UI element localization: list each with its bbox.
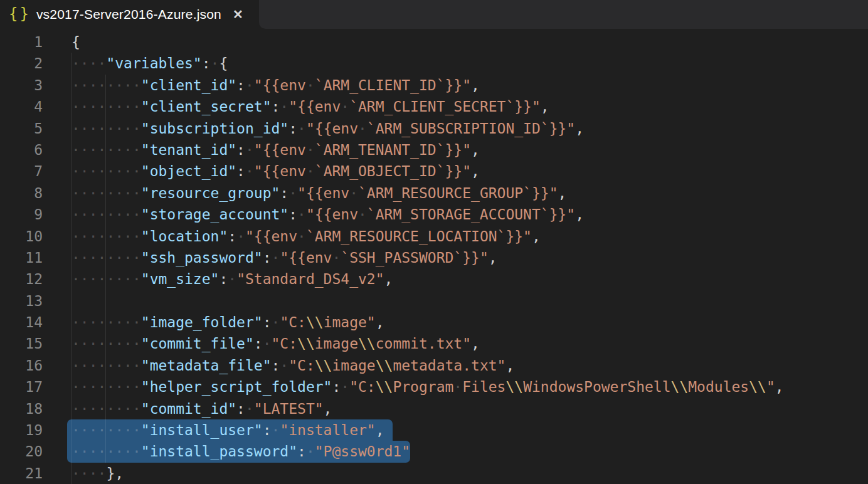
whitespace-dots: · xyxy=(306,142,315,158)
code-token: : xyxy=(236,163,245,179)
line-number[interactable]: 8 xyxy=(0,182,43,204)
line-number[interactable]: 3 xyxy=(0,75,43,96)
code-token: `ARM_CLIENT_SECRET`}}" xyxy=(349,98,541,115)
whitespace-dots: ········ xyxy=(71,120,141,137)
code-token: WindowsPowerShell xyxy=(523,379,670,395)
line-content: ········"tenant_id":·"{{env·`ARM_TENANT_… xyxy=(71,139,480,160)
code-token: "{{env xyxy=(254,163,306,179)
code-token: : xyxy=(236,77,245,93)
code-line[interactable]: 13 xyxy=(0,290,868,312)
whitespace-dots: · xyxy=(341,379,349,395)
code-token: }, xyxy=(106,465,124,481)
code-token: `ARM_RESOURCE_LOCATION`}}" xyxy=(306,228,532,245)
whitespace-dots: · xyxy=(245,163,254,179)
code-token: "C: xyxy=(349,379,376,395)
whitespace-dots: · xyxy=(358,120,367,137)
code-line[interactable]: 20········"install_password":·"P@ssw0rd1… xyxy=(0,441,868,462)
code-line[interactable]: 17········"helper_script_folder":·"C:\\P… xyxy=(0,376,868,397)
line-number[interactable]: 9 xyxy=(0,204,43,225)
code-line[interactable]: 9········"storage_account":·"{{env·`ARM_… xyxy=(0,204,868,225)
line-number[interactable]: 10 xyxy=(0,226,43,247)
whitespace-dots: · xyxy=(236,228,245,245)
line-content: ········"client_secret":·"{{env·`ARM_CLI… xyxy=(71,96,549,117)
whitespace-dots: ···· xyxy=(71,465,106,481)
line-number[interactable]: 4 xyxy=(0,96,43,117)
code-line[interactable]: 11········"ssh_password":·"{{env·`SSH_PA… xyxy=(0,247,868,268)
code-token: \\ xyxy=(376,379,393,395)
line-number[interactable]: 12 xyxy=(0,268,43,290)
tab-vs2017-server2016-azure-json[interactable]: {} vs2017-Server2016-Azure.json ✕ xyxy=(0,0,259,29)
code-token: " xyxy=(766,379,775,395)
code-token: `ARM_OBJECT_ID`}}" xyxy=(315,163,471,179)
code-line[interactable]: 14········"image_folder":·"C:\\image", xyxy=(0,312,868,333)
code-token: : xyxy=(280,185,288,201)
code-token: "variables" xyxy=(106,55,201,71)
code-token: \\ xyxy=(505,379,523,395)
whitespace-dots: · xyxy=(245,77,254,93)
code-line[interactable]: 18········"commit_id":·"LATEST", xyxy=(0,398,868,419)
line-number[interactable]: 16 xyxy=(0,355,43,376)
line-number[interactable]: 1 xyxy=(0,31,43,53)
code-token: "ssh_password" xyxy=(141,250,263,266)
code-line[interactable]: 19········"install_user":·"installer", xyxy=(0,419,868,441)
code-line[interactable]: 12········"vm_size":·"Standard_DS4_v2", xyxy=(0,268,868,290)
code-token: image" xyxy=(324,314,376,330)
code-token: "commit_id" xyxy=(141,401,236,417)
close-icon[interactable]: ✕ xyxy=(233,8,243,21)
line-content: ········"ssh_password":·"{{env·`SSH_PASS… xyxy=(71,247,497,268)
code-token: "install_password" xyxy=(141,443,297,460)
code-area[interactable]: 1{2····"variables":·{3········"client_id… xyxy=(0,29,868,484)
line-number[interactable]: 20 xyxy=(0,441,43,462)
line-number[interactable]: 7 xyxy=(0,160,43,182)
whitespace-dots: ········ xyxy=(71,228,141,245)
line-number[interactable]: 13 xyxy=(0,290,43,312)
code-token: : xyxy=(202,55,211,71)
line-number[interactable]: 19 xyxy=(0,419,43,441)
code-token: : xyxy=(288,206,297,223)
code-line[interactable]: 5········"subscription_id":·"{{env·`ARM_… xyxy=(0,118,868,139)
code-token: "{{env xyxy=(306,206,358,223)
code-token: image xyxy=(315,335,358,352)
code-line[interactable]: 15········"commit_file":·"C:\\image\\com… xyxy=(0,333,868,354)
whitespace-dots: ········ xyxy=(71,206,141,223)
code-line[interactable]: 1{ xyxy=(0,31,868,53)
line-number[interactable]: 17 xyxy=(0,376,43,397)
line-content: ········"subscription_id":·"{{env·`ARM_S… xyxy=(71,118,584,139)
code-token: : xyxy=(297,443,306,460)
line-content: ········"commit_file":·"C:\\image\\commi… xyxy=(71,333,480,354)
code-token: "{{env xyxy=(245,228,297,245)
code-token: "image_folder" xyxy=(141,314,263,330)
line-content: { xyxy=(71,31,80,53)
code-line[interactable]: 2····"variables":·{ xyxy=(0,53,868,74)
code-line[interactable]: 10········"location":·"{{env·`ARM_RESOUR… xyxy=(0,226,868,247)
code-line[interactable]: 16········"metadata_file":·"C:\\image\\m… xyxy=(0,355,868,376)
line-number[interactable]: 2 xyxy=(0,53,43,74)
line-number[interactable]: 6 xyxy=(0,139,43,160)
code-token: , xyxy=(471,142,480,158)
line-number[interactable]: 15 xyxy=(0,333,43,354)
line-content: ········"client_id":·"{{env·`ARM_CLIENT_… xyxy=(71,75,480,96)
code-line[interactable]: 3········"client_id":·"{{env·`ARM_CLIENT… xyxy=(0,75,868,96)
line-number[interactable]: 18 xyxy=(0,398,43,419)
code-token: "P@ssw0rd1" xyxy=(315,443,410,460)
code-token: , xyxy=(489,250,497,266)
whitespace-dots: ········ xyxy=(71,314,141,330)
code-token: , xyxy=(471,77,480,93)
line-number[interactable]: 14 xyxy=(0,312,43,333)
code-token: "{{env xyxy=(306,120,358,137)
code-line[interactable]: 21····}, xyxy=(0,463,868,484)
code-token: Program xyxy=(393,379,453,395)
line-number[interactable]: 21 xyxy=(0,463,43,484)
line-number[interactable]: 11 xyxy=(0,247,43,268)
code-token: "{{env xyxy=(297,185,349,201)
code-token: "metadata_file" xyxy=(141,357,272,374)
code-line[interactable]: 7········"object_id":·"{{env·`ARM_OBJECT… xyxy=(0,160,868,182)
code-token: "installer" xyxy=(280,422,375,438)
code-line[interactable]: 8········"resource_group":·"{{env·`ARM_R… xyxy=(0,182,868,204)
code-token: : xyxy=(272,357,280,374)
line-number[interactable]: 5 xyxy=(0,118,43,139)
code-line[interactable]: 4········"client_secret":·"{{env·`ARM_CL… xyxy=(0,96,868,117)
whitespace-dots: · xyxy=(228,271,236,287)
code-line[interactable]: 6········"tenant_id":·"{{env·`ARM_TENANT… xyxy=(0,139,868,160)
code-token: "client_secret" xyxy=(141,98,272,115)
